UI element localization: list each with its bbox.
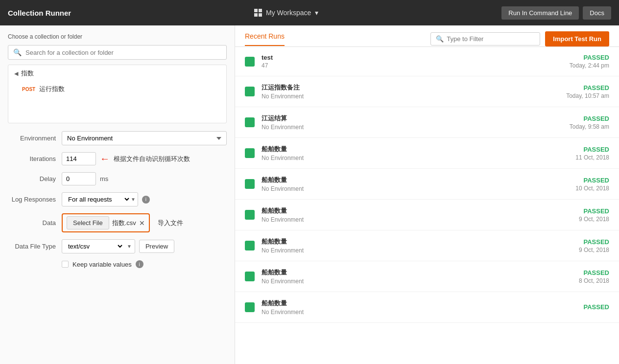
- run-status-label: PASSED: [579, 269, 609, 276]
- run-status-dot: [245, 57, 255, 67]
- run-date: Today, 2:44 pm: [570, 62, 609, 69]
- run-sub: No Environment: [262, 185, 569, 192]
- workspace-selector[interactable]: My Workspace ▾: [254, 9, 318, 17]
- run-item[interactable]: 船舶数量 No Environment PASSED: [235, 292, 619, 323]
- environment-control: No Environment: [62, 131, 227, 145]
- run-name: 船舶数量: [262, 268, 572, 277]
- data-file-type-label: Data File Type: [8, 243, 62, 250]
- run-item[interactable]: 船舶数量 No Environment PASSED 10 Oct, 2018: [235, 169, 619, 200]
- filter-area: 🔍 Import Test Run: [430, 31, 609, 46]
- run-info: 船舶数量 No Environment: [262, 176, 569, 192]
- delay-label: Delay: [8, 175, 62, 182]
- environment-label: Environment: [8, 135, 62, 142]
- preview-button[interactable]: Preview: [139, 240, 174, 253]
- run-item[interactable]: 船舶数量 No Environment PASSED 11 Oct, 2018: [235, 138, 619, 169]
- run-date: 11 Oct, 2018: [575, 154, 609, 161]
- run-name: test: [262, 54, 563, 61]
- run-status-label: PASSED: [570, 54, 609, 61]
- environment-row: Environment No Environment: [8, 131, 227, 145]
- select-file-button[interactable]: Select File: [67, 216, 109, 229]
- folder-name: 指数: [21, 69, 34, 78]
- delay-input[interactable]: 0: [62, 172, 96, 185]
- data-row: Data Select File 指数.csv ✕ 导入文件: [8, 213, 227, 232]
- run-sub: 47: [262, 62, 563, 69]
- run-status-dot: [245, 148, 255, 158]
- run-status-dot: [245, 117, 255, 127]
- import-annotation: 导入文件: [158, 219, 183, 228]
- run-item[interactable]: 江运指数备注 No Environment PASSED Today, 10:5…: [235, 76, 619, 107]
- keep-variable-label: Keep variable values: [72, 261, 132, 268]
- left-panel: Choose a collection or folder 🔍 ◀ 指数 POS…: [0, 25, 235, 364]
- data-file-type-controls: text/csv application/json ▼ Preview: [62, 239, 174, 253]
- keep-variable-row: Keep variable values i: [8, 260, 227, 268]
- main-content: Choose a collection or folder 🔍 ◀ 指数 POS…: [0, 25, 619, 364]
- file-type-select[interactable]: text/csv application/json: [62, 240, 124, 253]
- run-result: PASSED Today, 2:44 pm: [570, 54, 609, 69]
- run-result: PASSED 8 Oct, 2018: [579, 269, 609, 284]
- request-item-运行指数[interactable]: POST 运行指数: [8, 82, 226, 96]
- iterations-input[interactable]: 114: [62, 152, 96, 165]
- run-status-label: PASSED: [579, 207, 609, 215]
- keep-variable-checkbox[interactable]: [62, 261, 69, 268]
- run-item[interactable]: 船舶数量 No Environment PASSED 8 Oct, 2018: [235, 261, 619, 292]
- run-name: 船舶数量: [262, 299, 577, 308]
- run-status-dot: [245, 210, 255, 220]
- run-result: PASSED Today, 10:57 am: [566, 84, 609, 99]
- section-label: Choose a collection or folder: [8, 33, 227, 40]
- run-info: 江运指数备注 No Environment: [262, 83, 559, 100]
- run-info: 船舶数量 No Environment: [262, 145, 569, 161]
- delay-control: 0 ms: [62, 172, 227, 185]
- import-test-run-button[interactable]: Import Test Run: [545, 31, 609, 46]
- search-icon: 🔍: [13, 48, 22, 56]
- environment-select[interactable]: No Environment: [62, 131, 227, 145]
- run-item[interactable]: test 47 PASSED Today, 2:44 pm: [235, 47, 619, 76]
- run-sub: No Environment: [262, 216, 572, 223]
- collection-search-box[interactable]: 🔍: [8, 45, 227, 60]
- run-item[interactable]: 江运结算 No Environment PASSED Today, 9:58 a…: [235, 107, 619, 138]
- folder-arrow: ◀: [14, 70, 18, 77]
- data-file-type-row: Data File Type text/csv application/json…: [8, 239, 227, 253]
- filter-input[interactable]: [447, 35, 535, 43]
- header-actions: Run In Command Line Docs: [501, 6, 611, 20]
- run-name: 船舶数量: [262, 237, 572, 246]
- log-responses-control: For all requests For failed requests Non…: [62, 192, 227, 206]
- run-result: PASSED 10 Oct, 2018: [575, 177, 609, 192]
- file-type-dropdown-arrow: ▼: [124, 244, 135, 249]
- run-name: 船舶数量: [262, 176, 569, 184]
- run-info: 船舶数量 No Environment: [262, 299, 577, 316]
- run-name: 江运指数备注: [262, 83, 559, 92]
- run-in-command-line-button[interactable]: Run In Command Line: [501, 6, 579, 20]
- run-info: 船舶数量 No Environment: [262, 206, 572, 223]
- workspace-dropdown-arrow: ▾: [315, 9, 318, 17]
- run-date: 9 Oct, 2018: [579, 216, 609, 223]
- run-info: 船舶数量 No Environment: [262, 237, 572, 254]
- folder-item-指数[interactable]: ◀ 指数: [8, 65, 226, 82]
- runs-header: Recent Runs 🔍 Import Test Run: [235, 25, 619, 47]
- filter-input-wrapper: 🔍: [430, 32, 540, 46]
- collection-search-input[interactable]: [25, 49, 221, 56]
- log-info-icon: i: [142, 196, 150, 204]
- recent-runs-tab[interactable]: Recent Runs: [245, 32, 285, 46]
- selected-file-name: 指数.csv: [112, 219, 136, 228]
- run-info: 江运结算 No Environment: [262, 114, 563, 131]
- run-status-dot: [245, 179, 255, 189]
- clear-file-button[interactable]: ✕: [139, 219, 145, 227]
- run-date: 8 Oct, 2018: [579, 277, 609, 284]
- run-date: Today, 9:58 am: [570, 123, 609, 130]
- red-arrow-icon: ←: [100, 153, 110, 164]
- run-sub: No Environment: [262, 278, 572, 285]
- run-item[interactable]: 船舶数量 No Environment PASSED 9 Oct, 2018: [235, 230, 619, 261]
- docs-button[interactable]: Docs: [583, 6, 611, 20]
- run-result: PASSED 11 Oct, 2018: [575, 146, 609, 161]
- data-controls: Select File 指数.csv ✕ 导入文件: [62, 213, 227, 232]
- log-responses-select[interactable]: For all requests For failed requests Non…: [64, 193, 131, 206]
- run-sub: No Environment: [262, 155, 569, 161]
- run-status-label: PASSED: [570, 115, 609, 122]
- run-info: test 47: [262, 54, 563, 69]
- file-type-select-wrapper: text/csv application/json ▼: [62, 239, 135, 253]
- log-responses-row: Log Responses For all requests For faile…: [8, 192, 227, 206]
- run-item[interactable]: 船舶数量 No Environment PASSED 9 Oct, 2018: [235, 200, 619, 230]
- iterations-control: 114 ← 根据文件自动识别循环次数: [62, 152, 227, 165]
- run-info: 船舶数量 No Environment: [262, 268, 572, 285]
- log-dropdown-arrow: ▼: [131, 197, 136, 202]
